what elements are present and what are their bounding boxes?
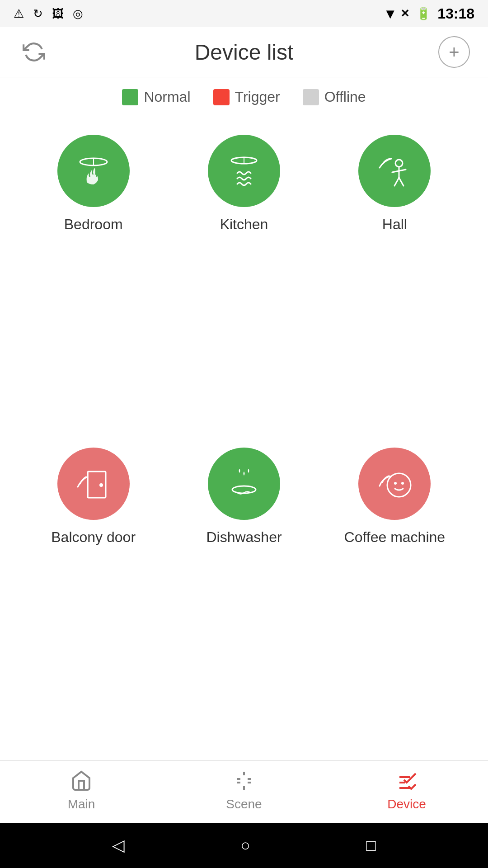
sync-icon: ↻ [33, 7, 43, 21]
wifi-icon: ▾ [386, 5, 394, 22]
dishwasher-label: Dishwasher [206, 529, 282, 546]
svg-point-4 [395, 160, 403, 167]
status-icons: ⚠ ↻ 🖼 ◎ [14, 7, 83, 21]
kitchen-icon-circle [208, 135, 280, 207]
nav-item-main[interactable]: Main [0, 761, 163, 823]
svg-point-15 [401, 482, 404, 485]
bottom-nav: Main Scene Device [0, 760, 488, 823]
nav-label-scene: Scene [226, 797, 262, 811]
android-nav-bar: ◁ ○ □ [0, 823, 488, 868]
legend-offline: Offline [303, 89, 366, 105]
svg-line-8 [399, 178, 404, 186]
add-device-button[interactable]: + [438, 36, 470, 68]
offline-dot [303, 89, 319, 105]
page-title: Device list [50, 40, 438, 65]
normal-dot [122, 89, 138, 105]
clock: 13:18 [437, 5, 474, 22]
kitchen-label: Kitchen [220, 216, 268, 233]
trigger-dot [213, 89, 230, 105]
device-card-kitchen[interactable]: Kitchen [178, 135, 310, 429]
normal-label: Normal [144, 89, 190, 105]
signal-icon: ✕ [400, 7, 409, 20]
device-grid: Bedroom Kitchen [0, 117, 488, 760]
refresh-button[interactable] [18, 36, 50, 68]
offline-label: Offline [324, 89, 366, 105]
device-card-dishwasher[interactable]: Dishwasher [178, 448, 310, 742]
svg-rect-9 [88, 472, 106, 498]
balcony-door-icon-circle [57, 448, 130, 520]
image-icon: 🖼 [52, 7, 64, 21]
device-card-balcony-door[interactable]: Balcony door [27, 448, 160, 742]
battery-icon: 🔋 [416, 7, 431, 21]
nav-label-device: Device [387, 797, 426, 811]
nav-item-device[interactable]: Device [325, 761, 488, 823]
svg-point-10 [99, 483, 103, 487]
status-right: ▾ ✕ 🔋 13:18 [386, 5, 474, 22]
hall-icon-circle [358, 135, 431, 207]
device-card-bedroom[interactable]: Bedroom [27, 135, 160, 429]
warning-icon: ⚠ [14, 7, 24, 21]
svg-point-13 [387, 473, 411, 497]
trigger-label: Trigger [235, 89, 280, 105]
back-button[interactable]: ◁ [112, 836, 125, 855]
legend-normal: Normal [122, 89, 190, 105]
bedroom-icon-circle [57, 135, 130, 207]
bedroom-label: Bedroom [64, 216, 123, 233]
balcony-door-label: Balcony door [51, 529, 136, 546]
device-card-coffee-machine[interactable]: Coffee machine [328, 448, 461, 742]
status-bar: ⚠ ↻ 🖼 ◎ ▾ ✕ 🔋 13:18 [0, 0, 488, 27]
svg-line-7 [394, 178, 399, 186]
scene-icon [233, 770, 255, 793]
device-card-hall[interactable]: Hall [328, 135, 461, 429]
home-button[interactable]: ○ [240, 836, 250, 855]
device-icon [396, 770, 418, 793]
nav-item-scene[interactable]: Scene [163, 761, 325, 823]
legend-trigger: Trigger [213, 89, 280, 105]
coffee-machine-icon-circle [358, 448, 431, 520]
dishwasher-icon-circle [208, 448, 280, 520]
legend: Normal Trigger Offline [0, 77, 488, 117]
coffee-machine-label: Coffee machine [344, 529, 446, 546]
nav-label-main: Main [68, 797, 95, 811]
svg-point-14 [394, 482, 397, 485]
hall-label: Hall [382, 216, 407, 233]
home-icon [70, 770, 92, 793]
header: Device list + [0, 27, 488, 77]
recent-button[interactable]: □ [366, 836, 376, 855]
location-icon: ◎ [73, 7, 83, 21]
